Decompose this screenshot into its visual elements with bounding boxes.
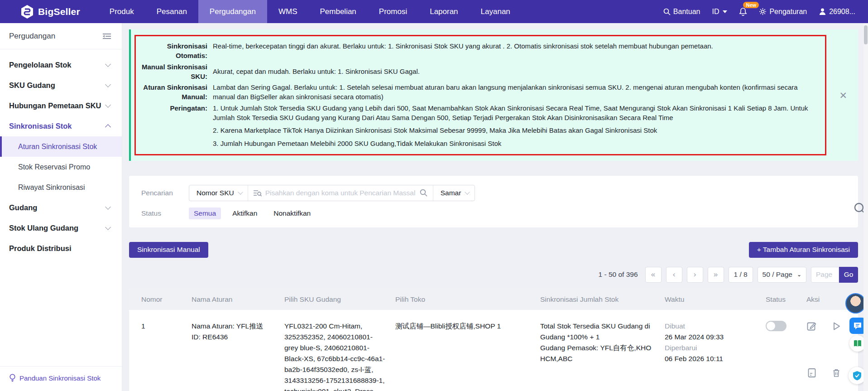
notice-label: Manual Sinkronisasi SKU: [139, 62, 207, 82]
nav-item-laporan[interactable]: Laporan [418, 0, 469, 23]
page-jump-input[interactable] [811, 267, 839, 283]
notice-highlight-box: Sinkronisasi Otomatis: Real-time, berkec… [134, 35, 826, 155]
col-header-nomor: Nomor [141, 295, 192, 304]
search-panel: Pencarian Nomor SKU Samar [129, 176, 858, 227]
status-filter-semua[interactable]: Semua [189, 208, 221, 219]
col-header-nama-aturan: Nama Aturan [192, 295, 284, 304]
next-page-button[interactable]: › [687, 267, 703, 283]
delete-icon[interactable] [831, 367, 843, 379]
col-header-sinkronisasi-jumlah-stok: Sinkronisasi Jumlah Stok [540, 295, 665, 304]
status-filter-aktifkan[interactable]: Aktifkan [227, 208, 262, 219]
table-row: 1 Nama Aturan: YFL推送 ID: RE6436 YFL0321-… [129, 310, 858, 391]
page-size-select[interactable]: 50 / Page ⌄ [758, 267, 806, 283]
search-icon[interactable] [420, 189, 427, 197]
add-sync-rule-button[interactable]: + Tambah Aturan Sinkronisasi [749, 242, 858, 258]
chevron-down-icon: ⌄ [797, 271, 801, 278]
close-icon[interactable]: ✕ [839, 90, 847, 100]
notice-text: Lambat dan Sering Gagal. Berlaku untuk: … [213, 82, 819, 102]
support-avatar[interactable] [845, 293, 866, 314]
cell-nama-aturan: Nama Aturan: YFL推送 ID: RE6436 [192, 321, 284, 391]
status-toggle-off[interactable] [766, 321, 786, 331]
last-page-button[interactable]: » [708, 267, 724, 283]
cell-sku-gudang: YFL0321-200 Cm-Hitam, 3252352352, 240602… [284, 321, 395, 391]
nav-item-produk[interactable]: Produk [98, 0, 145, 23]
current-page-indicator: 1 / 8 [729, 267, 753, 283]
sidebar-item-stok-reservasi-promo[interactable]: Stok Reservasi Promo [0, 157, 122, 177]
manual-sync-button[interactable]: Sinkronisasi Manual [129, 242, 208, 258]
settings-button[interactable]: Pengaturan [759, 8, 807, 16]
notice-text: Real-time, berkecepatan tinggi dan akura… [213, 41, 713, 61]
match-mode-select[interactable]: Samar [433, 185, 475, 201]
scrollbar-thumb[interactable] [864, 25, 868, 44]
edit-icon[interactable] [806, 321, 818, 333]
search-field-select[interactable]: Nomor SKU [189, 185, 248, 201]
sidebar-item-aturan-sinkronisasi-stok[interactable]: Aturan Sinkronisasi Stok [0, 136, 122, 157]
nav-item-layanan[interactable]: Layanan [470, 0, 522, 23]
top-navbar: BigSeller Produk Pesanan Pergudangan WMS… [0, 0, 868, 23]
bigseller-logo-icon [20, 5, 34, 19]
cell-nomor: 1 [141, 321, 192, 391]
sidebar-group-pengelolaan-stok[interactable]: Pengelolaan Stok [0, 55, 122, 75]
cell-waktu: Dibuat 26 Mar 2024 09:33 Diperbarui 06 F… [665, 321, 766, 391]
user-icon [819, 8, 826, 15]
main-menu: Produk Pesanan Pergudangan WMS Pembelian… [98, 0, 522, 23]
notice-label: Sinkronisasi Otomatis: [139, 41, 207, 61]
search-input[interactable] [265, 189, 416, 197]
sidebar-group-sku-gudang[interactable]: SKU Gudang [0, 75, 122, 96]
nav-item-wms[interactable]: WMS [267, 0, 309, 23]
col-header-pilih-sku-gudang: Pilih SKU Gudang [284, 295, 395, 304]
go-button[interactable]: Go [839, 267, 858, 283]
gear-icon [759, 8, 767, 15]
sidebar-item-riwayat-sinkronisasi[interactable]: Riwayat Sinkronisasi [0, 177, 122, 198]
col-header-waktu: Waktu [665, 295, 766, 304]
notice-text: Akurat, cepat dan mudah. Berlaku untuk: … [213, 67, 420, 76]
logo-text: BigSeller [38, 6, 80, 17]
sidebar-group-stok-ulang-gudang[interactable]: Stok Ulang Gudang [0, 218, 122, 238]
prev-page-button[interactable]: ‹ [666, 267, 682, 283]
sidebar: Pergudangan Pengelolaan Stok SKU Gudang … [0, 23, 122, 391]
collapse-sidebar-icon[interactable] [103, 33, 111, 39]
log-document-icon[interactable] [806, 367, 818, 379]
bigseller-logo[interactable]: BigSeller [0, 0, 98, 23]
nav-item-promosi[interactable]: Promosi [368, 0, 418, 23]
sync-notice-banner: Sinkronisasi Otomatis: Real-time, berkec… [129, 29, 858, 161]
chevron-down-icon [105, 82, 111, 87]
notifications-button[interactable]: New [739, 7, 747, 16]
sync-guide-link[interactable]: Panduan Sinkronisasi Stok [0, 366, 122, 391]
cell-status [766, 321, 806, 391]
sidebar-group-sinkronisasi-stok[interactable]: Sinkronisasi Stok [0, 116, 122, 136]
status-row-label: Status [141, 209, 189, 217]
cell-sinkronisasi: Total Stok Tersedia SKU Gudang di Gudang… [540, 321, 665, 391]
user-account[interactable]: 26908... [819, 8, 855, 16]
col-header-status: Status [766, 295, 806, 304]
cell-toko: 测试店铺—Blibli授权店铺,SHOP 1 [395, 321, 540, 391]
language-selector[interactable]: ID [712, 8, 727, 16]
play-icon[interactable] [831, 321, 843, 333]
chevron-down-icon [105, 204, 111, 210]
chevron-down-icon [105, 102, 111, 108]
help-button[interactable]: Bantuan [663, 8, 700, 16]
nav-item-pergudangan[interactable]: Pergudangan [198, 0, 267, 23]
chevron-down-icon [105, 224, 111, 230]
sidebar-group-hubungan-pemetaan-sku[interactable]: Hubungan Pemetaan SKU [0, 96, 122, 116]
pagination: 1 - 50 of 396 « ‹ › » 1 / 8 50 / Page ⌄ … [129, 267, 858, 283]
search-input-group: Nomor SKU Samar [189, 185, 475, 201]
col-header-pilih-toko: Pilih Toko [395, 295, 540, 304]
nav-item-pembelian[interactable]: Pembelian [308, 0, 367, 23]
first-page-button[interactable]: « [645, 267, 662, 283]
vertical-scrollbar[interactable] [863, 23, 868, 391]
batch-search-icon [254, 189, 262, 197]
status-filter-nonaktifkan[interactable]: Nonaktifkan [269, 208, 316, 219]
sidebar-group-gudang[interactable]: Gudang [0, 198, 122, 218]
rules-table: Nomor Nama Aturan Pilih SKU Gudang Pilih… [129, 289, 858, 391]
chevron-up-icon [105, 124, 111, 130]
sidebar-group-produk-distribusi[interactable]: Produk Distribusi [0, 238, 122, 259]
notice-label: Aturan Sinkronisasi Manual: [139, 82, 207, 102]
chevron-down-icon [105, 61, 111, 67]
cell-aksi [806, 321, 856, 391]
search-icon [663, 8, 671, 15]
lightbulb-icon [9, 374, 16, 382]
pagination-total: 1 - 50 of 396 [599, 270, 638, 279]
notice-text: 1. Untuk Jumlah Stok Tersedia SKU Gudang… [213, 103, 819, 148]
nav-item-pesanan[interactable]: Pesanan [145, 0, 198, 23]
